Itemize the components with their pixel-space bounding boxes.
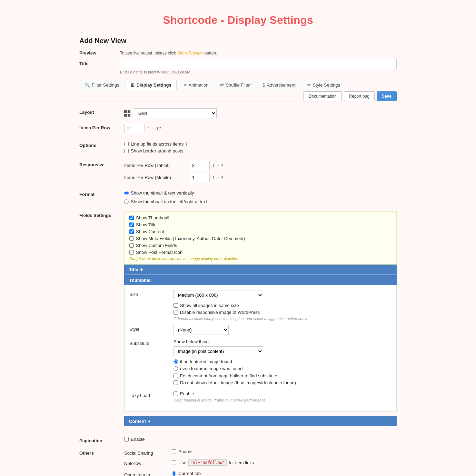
- show-content-checkbox[interactable]: [129, 229, 134, 234]
- content-section-bar[interactable]: Content +: [124, 416, 397, 426]
- line-up-checkbox[interactable]: [124, 142, 129, 146]
- nofollow-code: rel="nofollow": [188, 459, 227, 466]
- title-input[interactable]: [120, 59, 397, 69]
- if-no-featured-row: if no featured image found: [173, 359, 391, 364]
- tablet-range: 1 → 4: [212, 163, 224, 168]
- documentation-button[interactable]: Documentation: [304, 91, 342, 101]
- style-content: (None) Circle Rounded: [173, 325, 391, 335]
- show-below-label: Show below thing:: [173, 339, 391, 344]
- preview-label: Preview: [79, 50, 117, 56]
- show-border-checkbox[interactable]: [124, 149, 129, 153]
- show-border-row: Show border around posts: [124, 148, 397, 153]
- show-same-size-label: Show all images in same size: [180, 303, 239, 308]
- show-meta-label: Show Meta Fields (Taxonomy, Author, Date…: [136, 236, 245, 241]
- if-no-featured-label: if no featured image found: [180, 359, 232, 364]
- grid-icon: [124, 110, 130, 117]
- format-vertical-row: Show thumbnail & text vertically: [124, 190, 397, 196]
- lazy-load-enable-row: Enable: [173, 391, 391, 396]
- tab-style-settings[interactable]: ✏ Style Settings: [302, 80, 346, 90]
- show-custom-checkbox[interactable]: [129, 243, 134, 248]
- show-preview-link[interactable]: Show Preview: [177, 51, 203, 56]
- show-same-size-checkbox[interactable]: [173, 303, 178, 308]
- responsive-row: Responsive Items Per Row (Tablet) 1 → 4 …: [79, 161, 397, 185]
- lazy-load-checkbox[interactable]: [173, 391, 178, 396]
- show-meta-checkbox[interactable]: [129, 236, 134, 241]
- nofollow-checkbox[interactable]: [172, 460, 176, 465]
- thumbnail-section-bar[interactable]: Thumbnail: [124, 275, 397, 285]
- current-tab-row: Current tab: [172, 471, 204, 476]
- responsive-content: Items Per Row (Tablet) 1 → 4 Items Per R…: [124, 161, 397, 185]
- lazy-load-hint: Defer loading of image, iframe to improv…: [173, 398, 391, 402]
- disable-responsive-label: Disable responsive image of WordPress: [180, 310, 260, 315]
- tab-advertisement[interactable]: $ Advertisement: [257, 80, 300, 90]
- nofollow-text2: for item links: [229, 460, 254, 465]
- show-thumbnail-label: Show Thumbnail: [136, 215, 169, 220]
- pagination-enable-row: Enable: [124, 437, 397, 442]
- report-bug-button[interactable]: Report bug: [344, 91, 375, 101]
- disable-responsive-checkbox[interactable]: [173, 310, 178, 315]
- tab-filter-settings[interactable]: 🔍 Filter Settings: [79, 80, 124, 90]
- tab-display-settings[interactable]: ⊞ Display Settings: [126, 80, 176, 90]
- do-not-show-label: Do not show default image (if no image/v…: [180, 380, 296, 385]
- show-custom-row: Show Custom Fields: [129, 243, 391, 248]
- tab-actions: Documentation Report bug Save: [304, 91, 397, 101]
- even-featured-radio[interactable]: [173, 366, 178, 371]
- format-horizontal-row: Show thumbnail on the left/right of text: [124, 199, 397, 204]
- size-select[interactable]: Medium (600 x 600) Thumbnail (150x150) M…: [173, 290, 263, 300]
- tab-animation[interactable]: ✦ Animation: [178, 80, 214, 90]
- options-row: Options Line up fields across items ℹ Sh…: [79, 141, 397, 155]
- title-section-bar[interactable]: Title +: [124, 265, 397, 275]
- layout-label: Layout: [79, 108, 124, 115]
- substitute-label: Substitute: [129, 339, 171, 346]
- social-sharing-content: Enable: [172, 449, 192, 456]
- social-enable-checkbox[interactable]: [172, 449, 176, 454]
- line-up-row: Line up fields across items ℹ: [124, 141, 397, 147]
- content-bar-label: Content: [129, 419, 146, 424]
- current-tab-label: Current tab: [178, 471, 201, 476]
- lazy-load-enable-label: Enable: [180, 391, 194, 396]
- lazy-load-content: Enable Defer loading of image, iframe to…: [173, 391, 391, 402]
- items-per-row-input[interactable]: [124, 124, 145, 133]
- fields-settings-label: Fields Settings: [79, 211, 124, 218]
- show-thumbnail-checkbox[interactable]: [129, 216, 134, 220]
- layout-row: Layout Grid List Masonry: [79, 108, 397, 118]
- format-vertical-radio[interactable]: [124, 191, 129, 195]
- tablet-label: Items Per Row (Tablet): [124, 163, 186, 168]
- show-post-format-checkbox[interactable]: [129, 250, 134, 255]
- nofollow-label: Nofollow: [124, 459, 169, 466]
- items-per-row-row: Items Per Row 1 → 12: [79, 124, 397, 136]
- format-label: Format: [79, 190, 124, 197]
- options-content: Line up fields across items ℹ Show borde…: [124, 141, 397, 155]
- lazy-load-row: Lazy Load Enable Defer loading of image,…: [129, 391, 391, 402]
- layout-select[interactable]: Grid List Masonry: [134, 108, 217, 118]
- options-label: Options: [79, 141, 124, 148]
- tab-bar: 🔍 Filter Settings ⊞ Display Settings ✦ A…: [79, 80, 397, 101]
- pagination-enable-checkbox[interactable]: [124, 437, 129, 442]
- do-not-show-checkbox[interactable]: [173, 380, 178, 385]
- fetch-content-checkbox[interactable]: [173, 374, 178, 378]
- format-horizontal-radio[interactable]: [124, 199, 129, 204]
- mobile-input[interactable]: [189, 173, 210, 182]
- tab-shuffle-filter[interactable]: ⇄ Shuffle Filter: [215, 80, 256, 90]
- show-thumbnail-row: Show Thumbnail: [129, 215, 391, 220]
- animation-icon: ✦: [183, 82, 187, 88]
- size-label: Size: [129, 290, 171, 297]
- show-border-label: Show border around posts: [131, 148, 183, 153]
- page-title: Shortcode - Display Settings: [0, 0, 476, 37]
- others-section-row: Others Social Sharing Enable Nofollow: [79, 449, 397, 476]
- nofollow-checkbox-row: Use rel="nofollow" for item links: [172, 459, 254, 466]
- substitute-select[interactable]: Image (in post content) Video Audio: [173, 346, 263, 356]
- show-title-checkbox[interactable]: [129, 222, 134, 227]
- if-no-featured-radio[interactable]: [173, 359, 178, 364]
- current-tab-radio[interactable]: [172, 471, 176, 476]
- save-button[interactable]: Save: [377, 91, 397, 101]
- style-row: Style (None) Circle Rounded: [129, 325, 391, 335]
- style-select[interactable]: (None) Circle Rounded: [173, 325, 229, 335]
- tablet-input[interactable]: [189, 161, 210, 170]
- social-sharing-label: Social Sharing: [124, 449, 169, 456]
- add-new-view-heading: Add New View: [79, 37, 397, 45]
- fields-settings-row: Fields Settings Show Thumbnail Show Titl…: [79, 211, 397, 431]
- thumbnail-bar-label: Thumbnail: [129, 278, 152, 283]
- show-meta-row: Show Meta Fields (Taxonomy, Author, Date…: [129, 236, 391, 241]
- fetch-content-row: Fetch content from page builder to find …: [173, 373, 391, 378]
